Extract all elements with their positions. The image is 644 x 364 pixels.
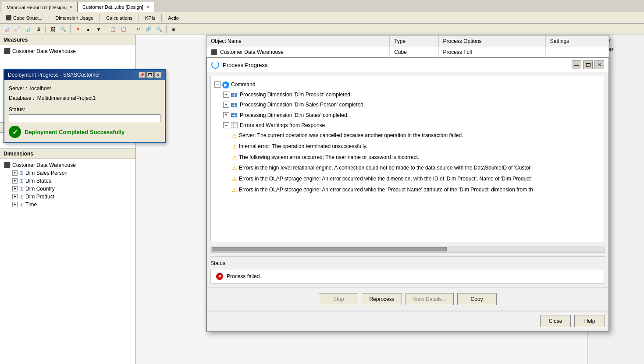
warning-icon-0: ⚠ [232, 131, 237, 141]
dialog-close-btn[interactable]: ✕ [154, 72, 161, 78]
tb-btn-1[interactable]: 📊 [2, 25, 11, 34]
toolbar-sep-3 [139, 14, 139, 22]
tb-btn-6[interactable]: 🔍 [58, 25, 68, 34]
proc-item-2: + Processing Dimension 'Dim States' comp… [223, 110, 601, 120]
proc-content-0: Processing Dimension 'Dim Product' compl… [231, 91, 352, 99]
toolbar-sep-6 [70, 25, 71, 33]
errors-label: Errors and Warnings from Response [240, 121, 325, 130]
tb-btn-11[interactable]: 🔍 [154, 25, 164, 34]
actions-btn[interactable]: Actio [164, 13, 182, 23]
fail-icon: ✕ [216, 273, 223, 280]
error-text-2: The following system error occurred: The… [239, 153, 419, 162]
reprocess-button[interactable]: Reprocess [362, 293, 402, 305]
kpis-btn[interactable]: KPIs [141, 13, 159, 23]
tb-up-btn[interactable]: ▲ [83, 25, 93, 34]
tb-btn-4[interactable]: ⊞ [33, 25, 43, 34]
tb-btn-2[interactable]: 📈 [12, 25, 22, 34]
dialog-controls: 📌 🗖 ✕ [139, 72, 161, 78]
tb-btn-3[interactable]: 📊 [23, 25, 32, 34]
dim-parent-item: ⬛ Customer Data Warehouse [2, 161, 134, 169]
proc-text-2: Processing Dimension 'Dim States' comple… [240, 111, 349, 120]
cube-structure-btn[interactable]: ⬛ Cube Struct... [2, 13, 46, 23]
toolbar-sep-1 [49, 14, 49, 22]
scrollbar-thumb[interactable] [212, 247, 447, 251]
deployment-content: Server : localhost Database : Multidimen… [4, 80, 165, 142]
tb-btn-5[interactable]: 🖼 [48, 25, 57, 34]
secondary-toolbar: 📊 📈 📊 ⊞ 🖼 🔍 ✕ ▲ ▼ 📋 📋 ↩ 🔗 🔍 ≡ [0, 24, 644, 35]
warning-icon-5: ⚠ [232, 186, 237, 195]
measures-cube-item[interactable]: ⬛ Customer Data Warehouse [2, 47, 134, 55]
status-text: Process failed. [227, 273, 261, 279]
errors-node-content: Errors and Warnings from Response [231, 121, 325, 130]
dim-child-product[interactable]: + ⊞ Dim Product [11, 193, 134, 201]
maximize-btn[interactable]: 🗖 [583, 60, 593, 69]
dimension-usage-btn[interactable]: Dimension Usage [51, 13, 97, 23]
tab-cube[interactable]: Customer Dat...ube [Design] ✕ [78, 2, 154, 12]
expand-product[interactable]: + [12, 194, 18, 199]
success-checkmark-icon: ✓ [9, 126, 21, 138]
tb-btn-8[interactable]: 📋 [119, 25, 128, 34]
horizontal-scrollbar[interactable] [210, 246, 605, 253]
dimensions-content: ⬛ Customer Data Warehouse + ⊞ Dim Sales … [0, 159, 135, 364]
cell-process-options: Process Full [438, 47, 545, 57]
expand-states[interactable]: + [12, 178, 18, 184]
dim-child-salesperson[interactable]: + ⊞ Dim Sales Person [11, 169, 134, 177]
dim-child-states[interactable]: + ⊞ Dim States [11, 177, 134, 185]
ide-window: Mannual Report.rdl [Design] ✕ Customer D… [0, 0, 644, 364]
bottom-buttons: Close Help [207, 311, 608, 331]
dim-time-icon: ⊞ [19, 201, 24, 208]
proc-content-2: Processing Dimension 'Dim States' comple… [231, 111, 349, 120]
errors-expand-btn[interactable]: – [223, 122, 229, 128]
cube-structure-icon: ⬛ [6, 15, 12, 21]
dim-child-time[interactable]: + ⊞ Time [11, 201, 134, 209]
table-row-0: ⬛ Customer Data Warehouse Cube Process F… [206, 47, 609, 57]
proc-expand-2[interactable]: + [223, 112, 229, 118]
stop-button[interactable]: Stop [319, 293, 358, 305]
expand-salesperson[interactable]: + [12, 170, 18, 176]
tab-cube-close[interactable]: ✕ [146, 5, 149, 10]
error-text-5: Errors in the OLAP storage engine: An er… [239, 186, 533, 194]
tb-delete-btn[interactable]: ✕ [73, 25, 82, 34]
tb-btn-7[interactable]: 📋 [108, 25, 118, 34]
tab-report[interactable]: Mannual Report.rdl [Design] ✕ [2, 2, 78, 12]
help-button[interactable]: Help [574, 315, 605, 327]
proc-item-1: + Processing Dimension 'Dim Sales Person… [223, 100, 601, 110]
success-indicator: ✓ Deployment Completed Successfully [9, 126, 160, 138]
titlebar-buttons: — 🗖 ✕ [572, 60, 604, 69]
dialog-pin-btn[interactable]: 📌 [139, 72, 146, 78]
process-dialog: Object Name Type Process Options Setting… [206, 35, 609, 332]
minimize-btn[interactable]: — [572, 60, 581, 69]
proc-expand-1[interactable]: + [223, 102, 229, 108]
dialog-restore-btn[interactable]: 🗖 [146, 72, 153, 78]
warning-icon-1: ⚠ [232, 142, 237, 152]
error-item-2: ⚠ The following system error occurred: T… [232, 152, 601, 163]
tb-down-btn[interactable]: ▼ [94, 25, 103, 34]
expand-time[interactable]: + [12, 202, 18, 207]
proc-icon-1 [231, 102, 238, 108]
tab-cube-label: Customer Dat...ube [Design] [82, 4, 143, 10]
command-node: – ▶ Command [214, 80, 601, 90]
dim-children-list: + ⊞ Dim Sales Person + ⊞ Dim States + ⊞ [2, 169, 134, 209]
tb-btn-10[interactable]: 🔗 [144, 25, 153, 34]
tb-btn-12[interactable]: ≡ [169, 25, 178, 34]
close-button[interactable]: Close [540, 315, 571, 327]
measures-cube-icon: ⬛ [4, 48, 11, 54]
view-details-button[interactable]: View Details... [406, 293, 454, 305]
calculations-btn[interactable]: Calculations [102, 13, 136, 23]
dim-child-country[interactable]: + ⊞ Dim Country [11, 185, 134, 193]
tab-report-close[interactable]: ✕ [69, 5, 73, 10]
errors-table-icon [231, 122, 238, 128]
copy-button[interactable]: Copy [457, 293, 497, 305]
main-toolbar: ⬛ Cube Struct... Dimension Usage Calcula… [0, 12, 644, 24]
proc-expand-0[interactable]: + [223, 92, 229, 98]
proc-item-0: + Processing Dimension 'Dim Product' com… [223, 90, 601, 100]
close-progress-btn[interactable]: ✕ [594, 60, 604, 69]
dim-salesperson-label: Dim Sales Person [25, 170, 68, 176]
command-label: Command [231, 81, 255, 89]
server-value: localhost [30, 85, 51, 92]
tb-btn-9[interactable]: ↩ [133, 25, 143, 34]
database-label: Database : [9, 95, 34, 101]
command-expand-btn[interactable]: – [214, 81, 221, 88]
expand-country[interactable]: + [12, 186, 18, 191]
dim-states-label: Dim States [25, 178, 51, 184]
